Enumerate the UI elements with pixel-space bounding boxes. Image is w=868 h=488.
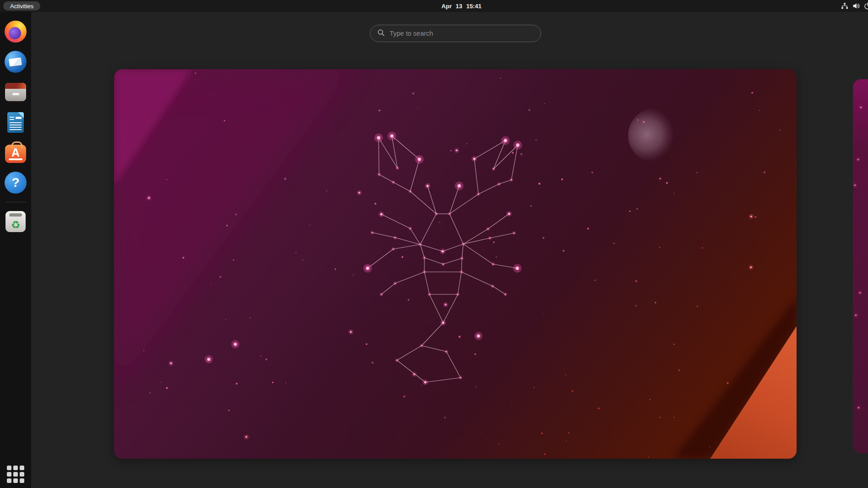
thunderbird-mail-icon (5, 51, 27, 73)
libreoffice-writer-icon (7, 112, 24, 133)
activities-button[interactable]: Activities (3, 1, 40, 11)
workspace-thumbnail[interactable] (114, 69, 797, 459)
workspace-thumbnail-partial[interactable] (853, 79, 868, 453)
ubuntu-app-center-icon: A (5, 145, 26, 163)
top-bar: Activities Apr 13 15:41 (0, 0, 868, 12)
dock-item-help[interactable]: ? (5, 172, 27, 194)
volume-output-icon[interactable] (852, 2, 860, 10)
system-status-area (841, 0, 868, 12)
power-icon[interactable] (864, 2, 868, 10)
dock-item-trash[interactable]: ♻ (5, 211, 27, 233)
document-image-icon (16, 117, 22, 121)
dock-item-firefox[interactable] (5, 21, 27, 43)
show-apps-button[interactable] (7, 466, 24, 483)
help-glyph: ? (11, 176, 19, 189)
search-bar (370, 25, 541, 42)
help-icon: ? (5, 172, 27, 194)
firefox-browser-icon (5, 21, 27, 43)
trash-icon: ♻ (5, 211, 26, 232)
dock: A ? ♻ (0, 12, 31, 488)
document-lines-icon (10, 117, 14, 121)
network-wired-icon[interactable] (841, 2, 848, 10)
app-center-glyph: A (11, 147, 20, 158)
dock-item-files[interactable] (5, 81, 27, 103)
dock-separator (5, 202, 26, 202)
files-icon (5, 83, 26, 101)
dock-item-thunderbird[interactable] (5, 51, 27, 73)
clock-button[interactable]: Apr 13 15:41 (441, 0, 481, 12)
recycle-glyph: ♻ (11, 220, 21, 230)
dock-item-libreoffice-writer[interactable] (5, 111, 27, 133)
document-lines-icon (10, 122, 22, 130)
wallpaper-art (114, 69, 797, 459)
gnome-activities-overview: { "top_bar": { "activities_label": "Acti… (0, 0, 868, 488)
search-input[interactable] (390, 30, 534, 37)
search-icon (377, 29, 385, 38)
dock-item-app-center[interactable]: A (5, 141, 27, 163)
